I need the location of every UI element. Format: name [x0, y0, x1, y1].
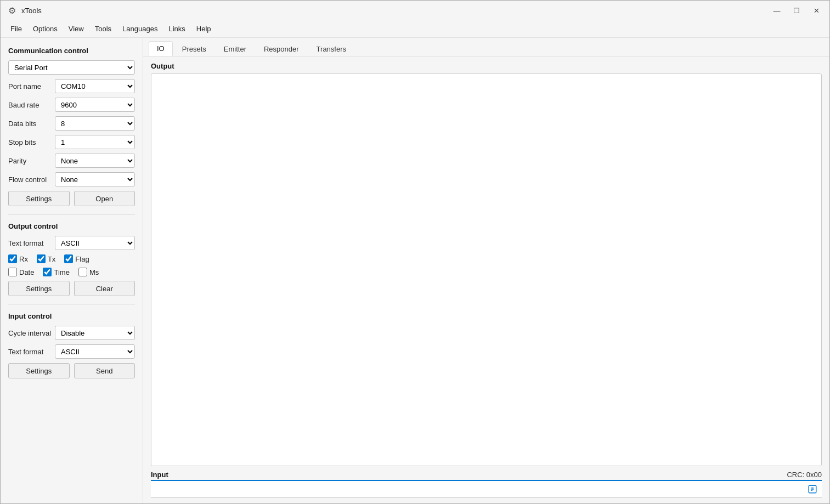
checkbox-row-2: Date Time Ms — [8, 268, 135, 276]
tab-io[interactable]: IO — [149, 41, 173, 56]
output-section: Output — [143, 56, 829, 466]
cycle-interval-label: Cycle interval — [8, 329, 55, 337]
input-text-format-label: Text format — [8, 348, 55, 356]
date-checkbox[interactable] — [8, 268, 17, 276]
comm-settings-button[interactable]: Settings — [8, 191, 70, 206]
time-checkbox[interactable] — [43, 268, 52, 276]
tx-checkbox-item[interactable]: Tx — [37, 254, 55, 263]
ms-checkbox-item[interactable]: Ms — [78, 268, 99, 276]
menu-view[interactable]: View — [63, 22, 89, 35]
input-section: Input CRC: 0x00 — [143, 466, 829, 503]
parity-row: Parity NoneEvenOdd — [8, 154, 135, 168]
comm-control-title: Communication control — [8, 47, 135, 55]
output-text-format-label: Text format — [8, 239, 55, 247]
divider-2 — [8, 304, 135, 304]
output-label: Output — [151, 62, 822, 70]
data-bits-row: Data bits 876 — [8, 116, 135, 131]
input-button-row: Settings Send — [8, 363, 135, 378]
open-button[interactable]: Open — [74, 191, 135, 206]
window-controls: — ☐ ✕ — [770, 4, 823, 17]
app-icon: ⚙ — [7, 5, 17, 15]
time-label: Time — [54, 268, 69, 276]
tab-transfers[interactable]: Transfers — [308, 42, 354, 56]
send-button[interactable]: Send — [74, 363, 135, 378]
parity-select[interactable]: NoneEvenOdd — [55, 154, 135, 168]
output-button-row: Settings Clear — [8, 281, 135, 296]
menu-help[interactable]: Help — [191, 22, 217, 35]
title-bar: ⚙ xTools — ☐ ✕ — [1, 1, 829, 20]
input-text-format-row: Text format ASCIIHEXBIN — [8, 344, 135, 359]
output-text-format-select[interactable]: ASCIIHEXBIN — [55, 236, 135, 250]
ms-checkbox[interactable] — [78, 268, 87, 276]
baud-rate-select[interactable]: 960011520057600 — [55, 98, 135, 112]
menu-links[interactable]: Links — [163, 22, 190, 35]
input-header: Input CRC: 0x00 — [151, 468, 822, 480]
tx-label: Tx — [48, 255, 55, 263]
main-content: Communication control Serial Port TCP Cl… — [1, 38, 829, 503]
input-control-title: Input control — [8, 312, 135, 320]
menu-bar: File Options View Tools Languages Links … — [1, 20, 829, 38]
data-bits-label: Data bits — [8, 120, 55, 128]
input-field[interactable] — [154, 485, 804, 494]
flow-control-select[interactable]: NoneHardwareSoftware — [55, 172, 135, 186]
connection-type-select[interactable]: Serial Port TCP Client UDP — [8, 60, 135, 75]
cycle-interval-row: Cycle interval Disable10ms100ms1000ms — [8, 326, 135, 340]
menu-languages[interactable]: Languages — [117, 22, 163, 35]
date-label: Date — [19, 268, 34, 276]
flag-checkbox[interactable] — [64, 254, 73, 263]
cycle-interval-select[interactable]: Disable10ms100ms1000ms — [55, 326, 135, 340]
rx-checkbox-item[interactable]: Rx — [8, 254, 28, 263]
communication-control-section: Communication control Serial Port TCP Cl… — [8, 44, 135, 208]
clear-button[interactable]: Clear — [74, 281, 135, 296]
output-control-title: Output control — [8, 222, 135, 230]
crc-label: CRC: 0x00 — [787, 471, 822, 479]
sidebar: Communication control Serial Port TCP Cl… — [1, 38, 143, 503]
rx-checkbox[interactable] — [8, 254, 17, 263]
input-settings-button[interactable]: Settings — [8, 363, 70, 378]
time-checkbox-item[interactable]: Time — [43, 268, 69, 276]
flow-control-label: Flow control — [8, 175, 55, 184]
checkbox-row-1: Rx Tx Flag — [8, 254, 135, 263]
output-area[interactable] — [151, 73, 822, 466]
input-label: Input — [151, 471, 168, 479]
output-control-section: Output control Text format ASCIIHEXBIN R… — [8, 220, 135, 298]
rx-label: Rx — [19, 255, 28, 263]
parity-label: Parity — [8, 157, 55, 165]
main-window: ⚙ xTools — ☐ ✕ File Options View Tools L… — [0, 0, 830, 504]
date-checkbox-item[interactable]: Date — [8, 268, 34, 276]
tab-emitter[interactable]: Emitter — [216, 42, 255, 56]
port-name-row: Port name COM10COM1COM2 — [8, 79, 135, 93]
input-text-format-select[interactable]: ASCIIHEXBIN — [55, 344, 135, 359]
output-text-format-row: Text format ASCIIHEXBIN — [8, 236, 135, 250]
connection-type-row: Serial Port TCP Client UDP — [8, 60, 135, 75]
stop-bits-label: Stop bits — [8, 138, 55, 146]
tabs-bar: IO Presets Emitter Responder Transfers — [143, 38, 829, 56]
menu-tools[interactable]: Tools — [89, 22, 117, 35]
title-text: xTools — [21, 7, 770, 15]
output-settings-button[interactable]: Settings — [8, 281, 70, 296]
flag-checkbox-item[interactable]: Flag — [64, 254, 89, 263]
stop-bits-row: Stop bits 11.52 — [8, 135, 135, 149]
port-name-select[interactable]: COM10COM1COM2 — [55, 79, 135, 93]
input-bar — [151, 480, 822, 498]
ms-label: Ms — [89, 268, 99, 276]
maximize-button[interactable]: ☐ — [790, 4, 803, 17]
tab-presets[interactable]: Presets — [174, 42, 214, 56]
data-bits-select[interactable]: 876 — [55, 116, 135, 131]
menu-file[interactable]: File — [5, 22, 27, 35]
menu-options[interactable]: Options — [27, 22, 63, 35]
port-name-label: Port name — [8, 82, 55, 90]
flag-label: Flag — [75, 255, 89, 263]
baud-rate-label: Baud rate — [8, 101, 55, 109]
comm-button-row: Settings Open — [8, 191, 135, 206]
stop-bits-select[interactable]: 11.52 — [55, 135, 135, 149]
tab-responder[interactable]: Responder — [256, 42, 307, 56]
baud-rate-row: Baud rate 960011520057600 — [8, 98, 135, 112]
input-send-icon-button[interactable] — [806, 483, 818, 495]
input-control-section: Input control Cycle interval Disable10ms… — [8, 310, 135, 381]
divider-1 — [8, 214, 135, 214]
right-panel: IO Presets Emitter Responder Transfers O… — [143, 38, 829, 503]
close-button[interactable]: ✕ — [810, 4, 823, 17]
minimize-button[interactable]: — — [770, 4, 783, 17]
tx-checkbox[interactable] — [37, 254, 46, 263]
